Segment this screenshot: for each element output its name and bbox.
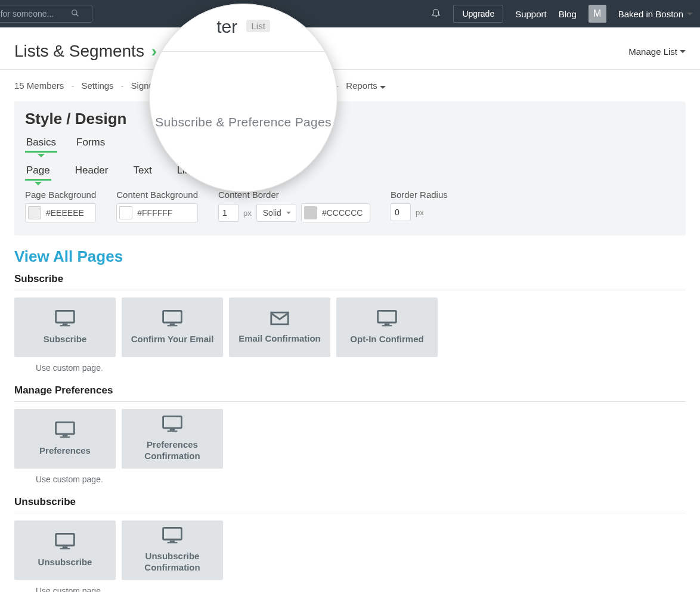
subnav-quickadd[interactable]: k Add (306, 80, 329, 91)
search-icon[interactable] (71, 9, 79, 19)
svg-rect-8 (378, 311, 397, 323)
tile-label: Preferences (39, 445, 91, 457)
svg-rect-4 (60, 325, 70, 326)
border-radius-label: Border Radius (391, 190, 448, 200)
tile-confirm-email[interactable]: Confirm Your Email (122, 297, 223, 357)
swatch-icon (304, 206, 317, 219)
list-type-pill: List (207, 47, 230, 58)
panel-title: Style / Design (25, 110, 675, 128)
tab-basics[interactable]: Basics (25, 133, 57, 152)
svg-rect-13 (60, 436, 70, 438)
svg-line-1 (76, 14, 79, 16)
tile-unsubscribe-confirmation[interactable]: Unsubscribe Confirmation (122, 520, 223, 580)
tab-forms[interactable]: Forms (75, 133, 106, 152)
breadcrumb-parent[interactable]: Lists & Segments (14, 42, 144, 60)
list-subnav: 15 Members- Settings- Signup F k Add- Re… (0, 70, 700, 101)
tile-email-confirmation[interactable]: Email Confirmation (229, 297, 330, 357)
content-border-label: Content Border (218, 190, 370, 200)
tile-label: Unsubscribe Confirmation (126, 551, 218, 574)
section-manage-prefs: Manage Preferences Preferences Preferenc… (14, 385, 686, 484)
chevron-down-icon (687, 13, 693, 16)
monitor-icon (55, 421, 75, 441)
svg-rect-14 (163, 417, 182, 429)
upgrade-button[interactable]: Upgrade (453, 5, 503, 23)
svg-rect-15 (170, 429, 175, 431)
border-color-input[interactable] (322, 208, 364, 218)
monitor-icon (162, 310, 182, 329)
subnav-reports[interactable]: Reports (346, 80, 386, 91)
content-bg-input[interactable] (137, 208, 179, 218)
unit-label: px (416, 208, 424, 217)
svg-rect-11 (56, 422, 75, 434)
section-subscribe: Subscribe Subscribe Confirm Your Email E… (14, 273, 686, 373)
use-custom-page-link[interactable]: Use custom page (36, 363, 101, 373)
avatar[interactable]: M (589, 5, 606, 23)
swatch-icon (28, 206, 41, 219)
tile-subscribe[interactable]: Subscribe (14, 297, 116, 357)
monitor-icon (377, 310, 397, 329)
blog-link[interactable]: Blog (559, 9, 577, 19)
tile-label: Email Confirmation (239, 333, 321, 345)
svg-rect-7 (168, 325, 178, 326)
svg-rect-21 (170, 541, 175, 543)
top-bar: Upgrade Support Blog M Baked in Boston (0, 0, 700, 27)
tile-label: Opt-In Confirmed (350, 334, 423, 345)
bell-icon[interactable] (430, 7, 441, 21)
tile-label: Subscribe (44, 334, 87, 345)
page-bg-input[interactable] (46, 208, 88, 218)
svg-rect-9 (385, 323, 389, 325)
subnav-signup[interactable]: Signup F (131, 80, 167, 91)
tile-optin-confirmed[interactable]: Opt-In Confirmed (336, 297, 438, 357)
search-box[interactable] (0, 5, 92, 23)
monitor-icon (55, 533, 75, 552)
border-radius-input[interactable] (391, 203, 411, 221)
tab-page[interactable]: Page (25, 162, 51, 179)
page-bg-label: Page Background (25, 190, 96, 200)
monitor-icon (162, 416, 182, 435)
tile-label: Preferences Confirmation (126, 439, 218, 462)
subnav-settings[interactable]: Settings (81, 80, 113, 91)
svg-rect-6 (170, 323, 175, 325)
tab-text[interactable]: Text (132, 162, 153, 179)
account-menu[interactable]: Baked in Boston (618, 9, 693, 19)
svg-rect-16 (168, 430, 178, 432)
chevron-down-icon (680, 50, 686, 53)
svg-rect-17 (56, 534, 75, 545)
tile-preferences-confirmation[interactable]: Preferences Confirmation (122, 409, 223, 469)
border-width-input[interactable] (218, 204, 239, 222)
border-color-picker[interactable] (301, 203, 370, 222)
tile-label: Unsubscribe (38, 557, 92, 568)
chevron-down-icon (286, 212, 291, 214)
monitor-icon (162, 527, 182, 546)
use-custom-page-link[interactable]: Use custom page (36, 586, 101, 592)
subnav-members[interactable]: 15 Members (14, 80, 64, 91)
section-title: Unsubscribe (14, 496, 686, 513)
section-title: Manage Preferences (14, 385, 686, 402)
manage-list-button[interactable]: Manage List (628, 47, 686, 57)
section-unsubscribe: Unsubscribe Unsubscribe Unsubscribe Conf… (14, 496, 686, 592)
svg-rect-20 (163, 528, 182, 540)
tile-unsubscribe[interactable]: Unsubscribe (14, 520, 116, 580)
svg-rect-2 (56, 311, 75, 323)
search-input[interactable] (0, 9, 71, 18)
svg-rect-10 (382, 325, 392, 326)
content-bg-picker[interactable] (116, 203, 198, 222)
support-link[interactable]: Support (515, 9, 547, 19)
style-design-panel: Style / Design Basics Forms Page Header … (14, 101, 686, 235)
breadcrumb-current: New (164, 42, 197, 60)
swatch-icon (119, 206, 132, 219)
chevron-down-icon (380, 86, 386, 89)
unit-label: px (243, 209, 252, 218)
svg-rect-5 (163, 311, 182, 323)
tab-header[interactable]: Header (74, 162, 110, 179)
section-title: Subscribe (14, 273, 686, 290)
svg-point-0 (72, 10, 77, 14)
view-all-pages-heading: View All Pages (14, 247, 686, 266)
page-bg-picker[interactable] (25, 203, 96, 222)
tile-preferences[interactable]: Preferences (14, 409, 116, 469)
use-custom-page-link[interactable]: Use custom page (36, 475, 101, 484)
tab-links[interactable]: Lin (176, 162, 192, 179)
svg-rect-3 (63, 323, 67, 325)
border-style-select[interactable]: Solid (256, 204, 296, 222)
svg-rect-12 (63, 435, 67, 436)
